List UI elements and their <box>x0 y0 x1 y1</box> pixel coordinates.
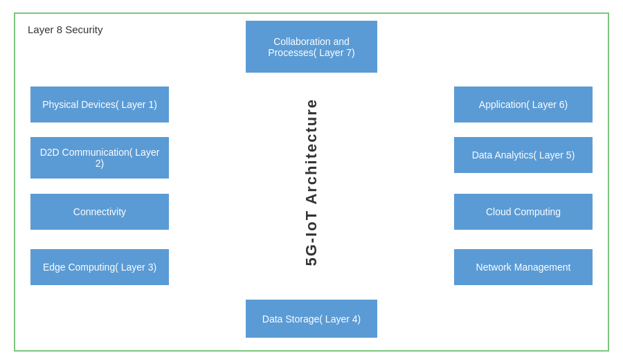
architecture-title-wrapper: 5G-IoT Architecture <box>303 85 320 279</box>
architecture-title: 5G-IoT Architecture <box>303 98 320 266</box>
network-management-box: Network Management <box>454 249 593 285</box>
d2d-communication-box: D2D Communication( Layer 2) <box>30 137 169 179</box>
physical-devices-box: Physical Devices( Layer 1) <box>30 87 169 122</box>
data-analytics-box: Data Analytics( Layer 5) <box>454 137 593 173</box>
cloud-computing-box: Cloud Computing <box>454 194 593 230</box>
application-box: Application( Layer 6) <box>454 87 593 122</box>
edge-computing-box: Edge Computing( Layer 3) <box>30 249 169 285</box>
data-storage-box: Data Storage( Layer 4) <box>246 300 377 338</box>
connectivity-box: Connectivity <box>30 194 169 230</box>
layer8-label: Layer 8 Security <box>28 24 102 35</box>
collaboration-box: Collaboration and Processes( Layer 7) <box>246 21 377 73</box>
diagram-container: Layer 8 Security Collaboration and Proce… <box>14 12 609 352</box>
